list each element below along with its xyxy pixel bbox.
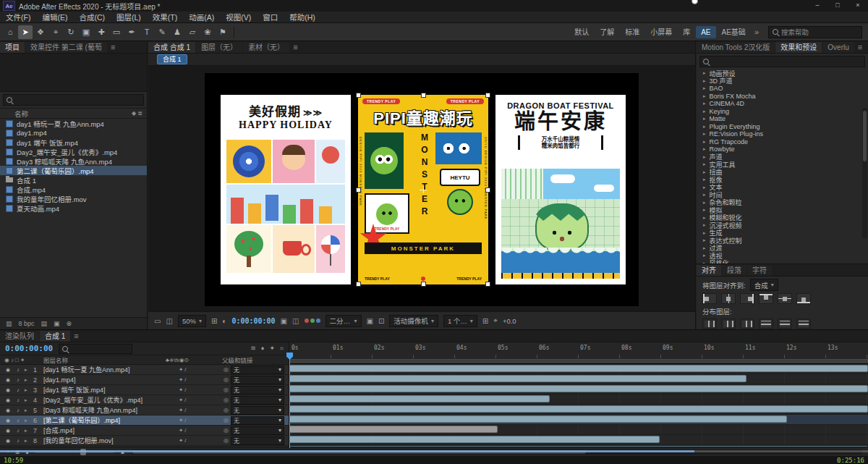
selection-handle[interactable]: [421, 282, 426, 287]
pickwhip-icon[interactable]: ◎: [224, 387, 229, 393]
timeline-search-input[interactable]: [59, 344, 132, 354]
align-horizontal-center-button[interactable]: [721, 293, 736, 304]
pan-behind-tool-icon[interactable]: ✚: [94, 25, 109, 39]
panel-menu-icon[interactable]: ≡: [108, 42, 118, 53]
preset-category[interactable]: ▸RE:Vision Plug-ins: [697, 130, 868, 138]
project-item[interactable]: day1.mp4: [0, 128, 147, 138]
parent-dropdown[interactable]: 无▾: [231, 416, 284, 425]
work-area-bar[interactable]: [289, 359, 868, 363]
workspace-7[interactable]: AE基础: [717, 26, 751, 38]
align-tab-2[interactable]: 段落: [722, 265, 746, 276]
scrollbar[interactable]: [862, 108, 867, 238]
preset-category[interactable]: ▸表达式控制: [697, 237, 868, 245]
layer-row[interactable]: ◉♪▸6[第二课（葡萄乐园）.mp4]✦ /◎无▾: [0, 416, 289, 426]
selection-handle[interactable]: [485, 187, 490, 193]
project-item[interactable]: 合成 1: [0, 175, 147, 185]
visibility-toggle-icon[interactable]: ◉: [4, 428, 12, 434]
menu-item-9[interactable]: 帮助(H): [284, 12, 321, 22]
workspace-6[interactable]: AE: [696, 26, 715, 38]
viewer-tab-3[interactable]: 素材（无）: [243, 42, 289, 53]
align-tab-3[interactable]: 字符: [747, 265, 772, 276]
distribute-horizontal-center-button[interactable]: [721, 319, 736, 329]
hand-tool-icon[interactable]: ❖: [33, 25, 48, 39]
project-item[interactable]: 第二课（葡萄乐园）.mp4: [0, 166, 147, 175]
selection-handle[interactable]: [485, 93, 490, 98]
delete-icon[interactable]: ⊗: [67, 320, 72, 327]
frame-blending-icon[interactable]: ✦: [269, 345, 275, 353]
maximize-button[interactable]: □: [827, 0, 848, 12]
new-folder-icon[interactable]: ▤: [41, 320, 48, 327]
preset-category[interactable]: ▸Keying: [697, 108, 868, 116]
project-item[interactable]: Day3 粽呱呱天降 九鱼Ann.mp4: [0, 156, 147, 166]
preset-category[interactable]: ▸Plugin Everything: [697, 123, 868, 131]
align-left-button[interactable]: [702, 293, 717, 304]
align-right-button[interactable]: [740, 293, 754, 304]
layer-duration-bar[interactable]: [289, 375, 746, 382]
preset-category[interactable]: ▸扭曲: [697, 169, 868, 177]
layer-row[interactable]: ◉♪▸8[我的童年回忆相册.mov]✦ /◎无▾: [0, 436, 289, 446]
preset-category[interactable]: ▸CINEMA 4D: [697, 100, 868, 108]
audio-toggle-icon[interactable]: ♪: [14, 377, 22, 382]
preset-category[interactable]: ▸抠像: [697, 176, 868, 184]
audio-toggle-icon[interactable]: ♪: [14, 397, 22, 402]
help-search-input[interactable]: 搜索帮助: [768, 26, 862, 38]
twirl-icon[interactable]: ▸: [25, 438, 30, 444]
menu-item-7[interactable]: 视图(V): [220, 12, 257, 22]
workspace-2[interactable]: 了解: [595, 26, 619, 38]
pixel-aspect-icon[interactable]: ⊞: [482, 317, 488, 325]
distribute-top-button[interactable]: [759, 319, 773, 329]
home-icon[interactable]: ⌂: [3, 25, 17, 39]
anchor-point[interactable]: [420, 186, 427, 193]
project-column-header[interactable]: 名称 ◆ ≣: [0, 108, 147, 119]
type-tool-icon[interactable]: T: [140, 25, 154, 39]
mask-visibility-icon[interactable]: ◐: [222, 317, 226, 325]
menu-item-4[interactable]: 图层(L): [111, 12, 147, 22]
project-item[interactable]: day1 畅玩一夏 九鱼Ann.mp4: [0, 119, 147, 128]
parent-dropdown[interactable]: 无▾: [231, 396, 284, 405]
composition-mini-flowchart-icon[interactable]: ≋: [250, 345, 256, 353]
visibility-toggle-icon[interactable]: ◉: [4, 418, 12, 423]
preset-category[interactable]: ▸RG Trapcode: [697, 138, 868, 146]
channel-icons[interactable]: [305, 319, 320, 323]
audio-toggle-icon[interactable]: ♪: [14, 418, 22, 423]
preset-category[interactable]: ▸杂色和颗粒: [697, 199, 868, 207]
presets-tab-2[interactable]: 效果和预设: [775, 42, 822, 53]
time-ruler[interactable]: 0s01s02s03s04s05s06s07s08s09s10s11s12s13…: [289, 342, 868, 364]
project-item[interactable]: Day2_端午安_蛋儿《优秀》.mp4: [0, 147, 147, 156]
parent-dropdown[interactable]: 无▾: [231, 376, 284, 384]
preset-category[interactable]: ▸实用工具: [697, 161, 868, 169]
align-top-button[interactable]: [759, 293, 773, 304]
twirl-icon[interactable]: ▸: [25, 418, 30, 423]
layer-row[interactable]: ◉♪▸2[day1.mp4]✦ /◎无▾: [0, 375, 289, 385]
clone-stamp-tool-icon[interactable]: ♟: [170, 25, 184, 39]
timeline-tab-1[interactable]: 渲染队列: [0, 331, 39, 342]
timeline-tab-2[interactable]: 合成 1: [40, 331, 70, 342]
timeline-column-header[interactable]: ◉♪□✦ 图层名称 ♣※\fx◉⊙ 父级和链接: [0, 355, 289, 365]
pickwhip-icon[interactable]: ◎: [224, 397, 229, 403]
camera-tool-icon[interactable]: ▣: [79, 25, 93, 39]
poster-pipi-trendy-play-selected[interactable]: TRENDY PLAY TRENDY PLAY PIPI童趣潮玩 MONSTER…: [358, 95, 488, 284]
snapshot-icon[interactable]: ▣: [281, 317, 287, 325]
panel-menu-icon[interactable]: ≡: [290, 42, 300, 53]
layer-duration-bar[interactable]: [289, 395, 550, 402]
project-item[interactable]: 夏天动画.mp4: [0, 203, 147, 213]
pickwhip-icon[interactable]: ◎: [224, 427, 229, 434]
pickwhip-icon[interactable]: ◎: [224, 437, 229, 444]
interpret-footage-icon[interactable]: ▥: [6, 320, 12, 327]
twirl-icon[interactable]: ▸: [25, 377, 30, 383]
distribute-right-button[interactable]: [740, 319, 754, 329]
distribute-vertical-center-button[interactable]: [778, 319, 792, 329]
parent-dropdown[interactable]: 无▾: [231, 426, 284, 435]
presets-tab-1[interactable]: Motion Tools 2汉化版: [697, 42, 775, 53]
menu-item-5[interactable]: 效果(T): [147, 12, 183, 22]
pen-tool-icon[interactable]: ✒: [124, 25, 139, 39]
effects-search-input[interactable]: [699, 56, 865, 67]
align-to-dropdown[interactable]: 合成▾: [750, 279, 778, 291]
draft-3d-icon[interactable]: ♦: [261, 345, 265, 353]
layer-row[interactable]: ◉♪▸4[Day2_端午安_蛋儿《优秀》.mp4]✦ /◎无▾: [0, 395, 289, 405]
twirl-icon[interactable]: ▸: [25, 367, 30, 373]
shape-tool-icon[interactable]: ▭: [109, 25, 124, 39]
workspace-1[interactable]: 默认: [569, 26, 594, 38]
composition-breadcrumb[interactable]: 合成 1: [157, 54, 187, 64]
preset-category[interactable]: ▸Boris FX Mocha: [697, 93, 868, 101]
